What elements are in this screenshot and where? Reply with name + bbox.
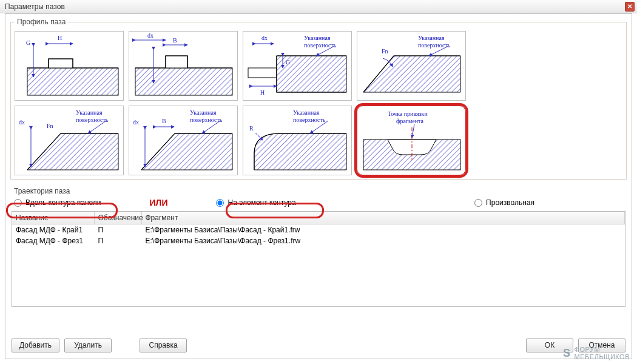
svg-text:Указанная: Указанная (76, 109, 103, 116)
radio-label: Произвольная (486, 198, 534, 207)
svg-text:Указанная: Указанная (293, 109, 320, 116)
cancel-button[interactable]: Отмена (578, 339, 625, 352)
svg-line-49 (255, 133, 263, 140)
svg-text:Указанная: Указанная (418, 35, 445, 41)
remove-button[interactable]: Удалить (64, 339, 112, 352)
trajectory-options: Вдоль контура панели ИЛИ На элемент конт… (14, 198, 632, 207)
profile-legend: Профиль паза (15, 18, 68, 26)
svg-rect-8 (166, 56, 187, 68)
svg-text:R: R (249, 125, 254, 132)
svg-text:фрагмента: фрагмента (396, 118, 423, 124)
svg-text:Fn: Fn (47, 123, 53, 129)
ok-button[interactable]: ОК (526, 339, 573, 352)
table-row[interactable]: Фасад МДФ - Край1 П E:\Фрагменты Базиса\… (12, 224, 625, 236)
radio-on-element[interactable]: На элемент контура (216, 198, 295, 207)
window-title: Параметры пазов (5, 2, 65, 11)
add-button[interactable]: Добавить (12, 339, 59, 352)
svg-rect-7 (135, 68, 232, 95)
trajectory-legend: Траектория паза (14, 187, 632, 195)
profile-option-3[interactable]: Указанная поверхность dx G H (243, 31, 352, 101)
col-desig[interactable]: Обозначение (94, 212, 141, 224)
col-name[interactable]: Название (12, 212, 94, 224)
svg-marker-25 (363, 56, 460, 92)
svg-text:поверхность: поверхность (293, 116, 326, 123)
svg-marker-30 (27, 133, 118, 170)
svg-text:H: H (260, 89, 265, 96)
svg-text:G: G (26, 39, 30, 46)
radio-label: На элемент контура (228, 198, 295, 207)
close-icon[interactable]: ✕ (625, 2, 635, 12)
svg-text:H: H (58, 35, 62, 41)
profile-option-2[interactable]: dx B (129, 31, 238, 101)
radio-label: Вдоль контура панели (25, 198, 101, 207)
fragments-table[interactable]: Название Обозначение Фрагмент Фасад МДФ … (12, 211, 625, 307)
svg-rect-15 (248, 68, 277, 78)
svg-text:dx: dx (147, 32, 153, 39)
svg-text:Указанная: Указанная (190, 109, 217, 116)
svg-rect-2 (49, 59, 73, 68)
profile-option-7[interactable]: Указанная поверхность R (243, 106, 352, 175)
col-frag[interactable]: Фрагмент (141, 212, 625, 224)
table-row[interactable]: Фасад МДФ - Фрез1 П E:\Фрагменты Базиса\… (12, 235, 625, 246)
profile-option-8[interactable]: Точка привязки фрагмента (357, 106, 466, 175)
svg-text:Точка привязки: Точка привязки (388, 110, 428, 117)
svg-line-54 (412, 124, 414, 138)
help-button[interactable]: Справка (140, 339, 187, 352)
svg-text:Указанная: Указанная (304, 35, 331, 41)
svg-text:B: B (162, 118, 166, 124)
titlebar: Параметры пазов ✕ (0, 0, 637, 13)
radio-along-contour[interactable]: Вдоль контура панели (14, 198, 101, 207)
svg-text:Fn: Fn (382, 48, 388, 55)
svg-text:dx: dx (19, 119, 25, 126)
svg-text:dx: dx (261, 35, 268, 41)
profile-option-1[interactable]: G H (15, 31, 124, 101)
dialog-body: Профиль паза G H (5, 13, 632, 359)
profile-tiles: G H dx B (15, 31, 622, 175)
profile-group: Профиль паза G H (10, 18, 627, 180)
svg-text:G: G (286, 59, 290, 66)
annotation-or: ИЛИ (150, 198, 168, 207)
svg-marker-37 (141, 133, 232, 170)
profile-option-5[interactable]: Указанная поверхность dx Fn (15, 106, 124, 175)
radio-freeform[interactable]: Произвольная (474, 198, 534, 207)
svg-text:B: B (173, 37, 177, 44)
button-bar: Добавить Удалить Справка ОК Отмена (12, 337, 625, 354)
svg-text:dx: dx (133, 119, 139, 126)
profile-option-6[interactable]: Указанная поверхность dx B (129, 106, 238, 175)
profile-option-4[interactable]: Указанная поверхность Fn (357, 31, 466, 101)
svg-rect-1 (27, 68, 118, 95)
